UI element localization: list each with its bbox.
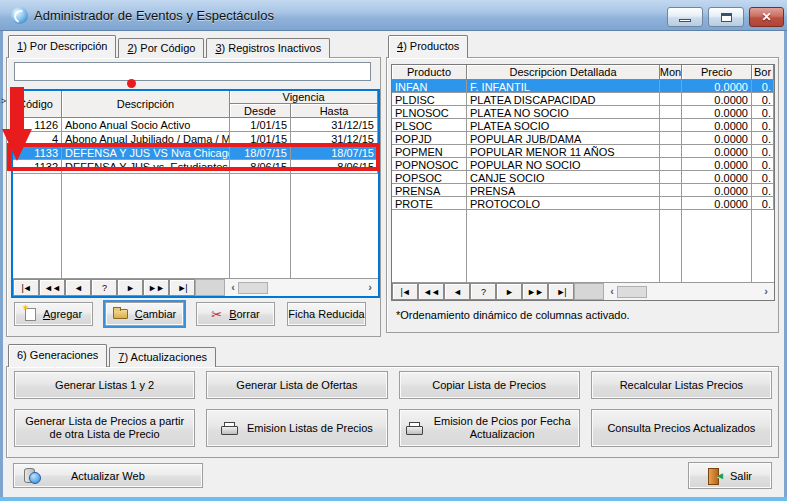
nav-button-3[interactable]: ◄ — [444, 283, 470, 300]
table-row[interactable]: INFANF. INFANTIL0.00000. — [392, 80, 774, 93]
nav-button-7[interactable]: ►| — [548, 283, 574, 300]
scroll-left-icon[interactable]: ‹ — [228, 282, 238, 293]
table-row[interactable]: 1132DEFENSA Y JUS vs. Estudiantes8/06/15… — [13, 160, 378, 174]
table-row[interactable]: PROTEPROTOCOLO0.00000. — [392, 197, 774, 210]
cell-hasta: 31/12/15 — [291, 132, 378, 146]
cell-hasta: 18/07/15 — [291, 146, 378, 160]
ficha-reducida-button[interactable]: Ficha Reducida — [287, 302, 366, 326]
search-input[interactable] — [14, 62, 371, 81]
grid-line — [13, 174, 62, 278]
generar-lista-de-ofertas-button[interactable]: Generar Lista de Ofertas — [206, 371, 387, 399]
horizontal-scrollbar[interactable]: ‹› — [604, 283, 774, 300]
generar-listas-1-y-2-button[interactable]: Generar Listas 1 y 2 — [14, 371, 195, 399]
update-web-button[interactable]: Actualizar Web — [13, 463, 203, 488]
table-row[interactable]: PRENSAPRENSA0.00000. — [392, 184, 774, 197]
right-tab-1[interactable]: 4) Productos — [388, 35, 468, 58]
cell-bor: 0. — [752, 184, 774, 197]
window-border-bottom — [0, 497, 787, 501]
events-grid-empty-area — [13, 174, 378, 278]
consulta-precios-actualizados-button[interactable]: Consulta Precios Actualizados — [591, 409, 772, 447]
nav-button-6[interactable]: ►► — [143, 279, 169, 296]
generar-lista-de-precios-a-partir-de-otr-button[interactable]: Generar Lista de Precios a partir de otr… — [14, 409, 195, 447]
button-label: Agregar — [43, 308, 82, 320]
nav-button-2[interactable]: ◄◄ — [418, 283, 444, 300]
column-header-hasta[interactable]: Hasta — [291, 104, 378, 118]
cell-producto: POPNOSOC — [392, 158, 467, 171]
button-label: Emision Listas de Precios — [247, 422, 373, 435]
close-icon: ✕ — [761, 11, 771, 23]
column-header-descripcion[interactable]: Descripción — [62, 91, 230, 118]
products-grid-navigator: |◄◄◄◄?►►►►|‹› — [392, 282, 774, 300]
column-header-mon[interactable]: Mon — [660, 65, 682, 80]
left-tab-1[interactable]: 1) Por Descripción — [8, 35, 116, 58]
nav-button-7[interactable]: ►| — [169, 279, 195, 296]
cell-precio: 0.0000 — [682, 93, 752, 106]
table-row[interactable]: PLDISCPLATEA DISCAPACIDAD0.00000. — [392, 93, 774, 106]
scroll-left-icon[interactable]: ‹ — [607, 286, 617, 297]
table-row[interactable]: POPNOSOCPOPULAR NO SOCIO0.00000. — [392, 158, 774, 171]
agregar-button[interactable]: Agregar — [14, 302, 93, 326]
nav-button-4[interactable]: ? — [470, 283, 496, 300]
minimize-button[interactable] — [667, 7, 703, 27]
close-button[interactable]: ✕ — [749, 7, 784, 27]
products-grid[interactable]: Producto Descripcion Detallada Mon Preci… — [391, 64, 775, 301]
scrollbar-thumb[interactable] — [238, 282, 268, 294]
table-row[interactable]: POPMENPOPULAR MENOR 11 AÑOS0.00000. — [392, 145, 774, 158]
table-row[interactable]: 4Abono Anual Jubiliado / Dama / M1/01/15… — [13, 132, 378, 146]
nav-button-5[interactable]: ► — [496, 283, 522, 300]
borrar-button[interactable]: ✂Borrar — [196, 302, 275, 326]
splitter-arrow-icon: > — [1, 96, 6, 106]
nav-button-3[interactable]: ◄ — [65, 279, 91, 296]
recalcular-listas-precios-button[interactable]: Recalcular Listas Precios — [591, 371, 772, 399]
maximize-button[interactable] — [708, 7, 744, 27]
nav-button-1[interactable]: |◄ — [392, 283, 418, 300]
column-header-vigencia[interactable]: Vigencia — [230, 91, 378, 104]
exit-button[interactable]: Salir — [688, 462, 772, 489]
scroll-right-icon[interactable]: › — [761, 286, 771, 297]
column-header-bor[interactable]: Bor — [752, 65, 774, 80]
column-header-producto[interactable]: Producto — [392, 65, 467, 80]
scrollbar-thumb[interactable] — [617, 286, 647, 298]
cell-descripcion: PROTOCOLO — [467, 197, 660, 210]
table-row[interactable]: POPSOCCANJE SOCIO0.00000. — [392, 171, 774, 184]
column-header-desde[interactable]: Desde — [230, 104, 291, 118]
nav-button-1[interactable]: |◄ — [13, 279, 39, 296]
emision-de-pcios-por-fecha-actualizacion-button[interactable]: Emision de Pcios por Fecha Actualizacion — [399, 409, 580, 447]
title-bar[interactable]: Administrador de Eventos y Espectáculos … — [0, 0, 787, 31]
grid-line — [392, 210, 467, 282]
window-title: Administrador de Eventos y Espectáculos — [34, 8, 274, 23]
copiar-lista-de-precios-button[interactable]: Copiar Lista de Precios — [399, 371, 580, 399]
left-tab-2[interactable]: 2) Por Código — [118, 38, 204, 58]
nav-button-5[interactable]: ► — [117, 279, 143, 296]
emision-listas-de-precios-button[interactable]: Emision Listas de Precios — [206, 409, 387, 447]
table-row[interactable]: POPJDPOPULAR JUB/DAMA0.00000. — [392, 132, 774, 145]
grid-line — [660, 210, 682, 282]
left-tab-3[interactable]: 3) Registros Inactivos — [206, 38, 330, 58]
generation-buttons-row1: Generar Listas 1 y 2Generar Lista de Ofe… — [14, 371, 772, 399]
cell-mon — [660, 93, 682, 106]
table-row[interactable]: PLSOCPLATEA SOCIO0.00000. — [392, 119, 774, 132]
grid-line — [291, 174, 378, 278]
cell-descripcion: PLATEA DISCAPACIDAD — [467, 93, 660, 106]
column-header-descripcion-detallada[interactable]: Descripcion Detallada — [467, 65, 660, 80]
cell-precio: 0.0000 — [682, 119, 752, 132]
cell-bor: 0. — [752, 171, 774, 184]
scroll-right-icon[interactable]: › — [365, 282, 375, 293]
nav-button-2[interactable]: ◄◄ — [39, 279, 65, 296]
nav-button-4[interactable]: ? — [91, 279, 117, 296]
cell-bor: 0. — [752, 119, 774, 132]
events-grid[interactable]: Código Descripción Vigencia Desde Hasta … — [11, 89, 380, 298]
bottom-tab-1[interactable]: 6) Generaciones — [8, 344, 107, 367]
events-grid-header: Código Descripción Vigencia Desde Hasta — [13, 91, 378, 118]
cambiar-button[interactable]: Cambiar — [105, 302, 184, 326]
column-header-precio[interactable]: Precio — [682, 65, 752, 80]
horizontal-scrollbar[interactable]: ‹› — [225, 279, 378, 296]
left-tabstrip: 1) Por Descripción2) Por Código3) Regist… — [8, 35, 332, 58]
table-row[interactable]: 1126Abono Anual Socio Activo1/01/1531/12… — [13, 118, 378, 132]
table-row[interactable]: 1133DEFENSA Y JUS VS Nva Chicago18/07/15… — [13, 146, 378, 160]
nav-button-6[interactable]: ►► — [522, 283, 548, 300]
bottom-tab-2[interactable]: 7) Actualizaciones — [109, 347, 216, 367]
table-row[interactable]: PLNOSOCPLATEA NO SOCIO0.00000. — [392, 106, 774, 119]
cell-mon — [660, 171, 682, 184]
column-header-codigo[interactable]: Código — [13, 91, 62, 118]
